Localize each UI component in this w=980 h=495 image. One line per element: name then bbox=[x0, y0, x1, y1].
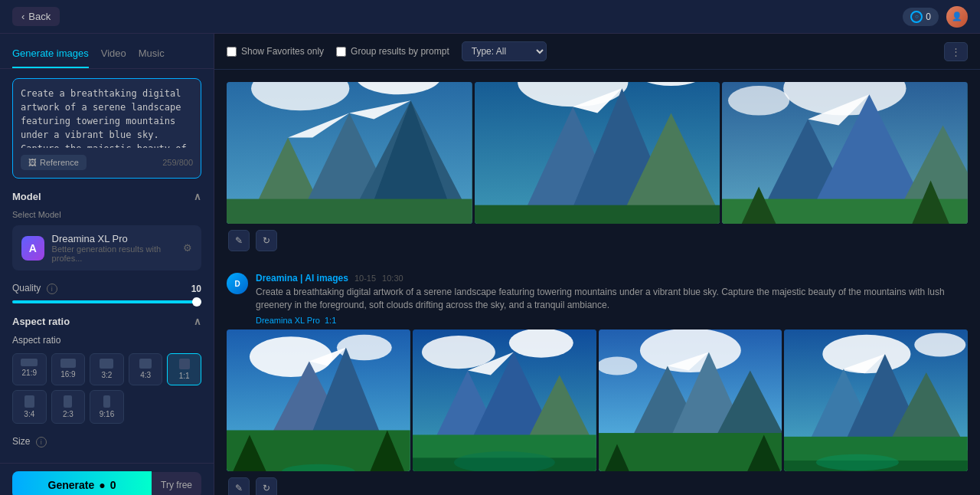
back-button[interactable]: ‹ Back bbox=[12, 7, 60, 26]
aspect-label: Aspect ratio bbox=[12, 335, 201, 346]
sidebar-tabs: Generate images Video Music bbox=[0, 34, 214, 69]
generate-token-count: 0 bbox=[110, 479, 116, 491]
bot-avatar: D bbox=[227, 273, 248, 294]
image-2-2[interactable] bbox=[413, 329, 596, 471]
prompt-text-display: Create a breathtaking digital artwork of… bbox=[256, 286, 968, 326]
svg-point-43 bbox=[509, 329, 573, 358]
generate-button[interactable]: Generate ● 0 bbox=[12, 471, 152, 495]
sidebar: Generate images Video Music Create a bre… bbox=[0, 34, 214, 495]
avatar[interactable]: 👤 bbox=[946, 6, 968, 28]
edit-button-2[interactable]: ✎ bbox=[228, 477, 250, 495]
size-section: Size i bbox=[12, 436, 201, 447]
aspect-btn-3-2[interactable]: 3:2 bbox=[90, 353, 124, 385]
size-info-icon[interactable]: i bbox=[36, 437, 47, 447]
generate-icon: ● bbox=[99, 479, 105, 491]
aspect-btn-21-9[interactable]: 21:9 bbox=[12, 353, 47, 385]
group-results-toggle[interactable]: Group results by prompt bbox=[336, 46, 449, 57]
reference-button[interactable]: 🖼 Reference bbox=[21, 155, 87, 170]
aspect-icon-9-16 bbox=[103, 395, 110, 408]
tab-video[interactable]: Video bbox=[101, 43, 126, 68]
aspect-icon-2-3 bbox=[64, 395, 72, 408]
regenerate-button-1[interactable]: ↻ bbox=[256, 230, 277, 251]
aspect-btn-9-16[interactable]: 9:16 bbox=[90, 390, 124, 424]
regenerate-icon-1: ↻ bbox=[263, 235, 270, 246]
prompt-source: Dreamina | AI images 10-15 10:30 bbox=[256, 273, 968, 284]
mountain-svg-1 bbox=[227, 82, 472, 224]
aspect-section-header: Aspect ratio ∧ bbox=[12, 316, 201, 327]
model-title: Model bbox=[12, 191, 41, 202]
mountain-svg-4 bbox=[227, 329, 410, 471]
quality-label: Quality i bbox=[12, 283, 57, 294]
image-2-1[interactable] bbox=[227, 329, 410, 471]
size-header: Size i bbox=[12, 436, 201, 447]
model-icon: A bbox=[21, 236, 44, 261]
content-toolbar: Show Favorites only Group results by pro… bbox=[214, 34, 980, 70]
show-favorites-toggle[interactable]: Show Favorites only bbox=[227, 46, 324, 57]
main-layout: Generate images Video Music Create a bre… bbox=[0, 34, 980, 495]
svg-point-42 bbox=[422, 336, 495, 369]
tab-music[interactable]: Music bbox=[139, 43, 165, 68]
group-results-label: Group results by prompt bbox=[351, 46, 449, 57]
aspect-icon-4-3 bbox=[139, 359, 152, 369]
token-count: 0 bbox=[926, 11, 931, 22]
image-2-3[interactable] bbox=[599, 329, 782, 471]
image-grid-3 bbox=[227, 82, 968, 224]
source-name: Dreamina | AI images bbox=[256, 273, 348, 284]
svg-rect-9 bbox=[227, 199, 472, 224]
source-time-2: 10:30 bbox=[382, 274, 403, 283]
show-favorites-label: Show Favorites only bbox=[241, 46, 324, 57]
show-favorites-checkbox[interactable] bbox=[227, 47, 237, 57]
source-time-1: 10-15 bbox=[354, 274, 376, 283]
type-select[interactable]: Type: All Type: Images Type: Video bbox=[462, 41, 547, 61]
regenerate-button-2[interactable]: ↻ bbox=[256, 477, 277, 495]
quality-section: Quality i 10 bbox=[12, 283, 201, 303]
sliders-icon[interactable]: ⚙ bbox=[183, 242, 192, 254]
chevron-up-icon[interactable]: ∧ bbox=[194, 191, 201, 202]
group-1-actions: ✎ ↻ bbox=[227, 230, 968, 251]
aspect-icon-3-4 bbox=[24, 395, 34, 408]
model-name: Dreamina XL Pro bbox=[52, 233, 183, 244]
edit-icon-2: ✎ bbox=[235, 483, 243, 493]
group-results-checkbox[interactable] bbox=[336, 47, 346, 57]
image-1-3[interactable] bbox=[722, 82, 968, 224]
svg-rect-18 bbox=[475, 205, 720, 224]
image-1-1[interactable] bbox=[227, 82, 472, 224]
regenerate-icon-2: ↻ bbox=[263, 483, 270, 493]
try-free-button[interactable]: Try free bbox=[152, 472, 201, 495]
tab-generate-images[interactable]: Generate images bbox=[12, 43, 89, 68]
quality-value: 10 bbox=[191, 284, 201, 294]
model-desc: Better generation results with profes... bbox=[52, 244, 183, 263]
aspect-grid-row2: 3:4 2:3 9:16 bbox=[12, 390, 201, 424]
aspect-btn-3-4[interactable]: 3:4 bbox=[12, 390, 47, 424]
prompt-box: Create a breathtaking digital artwork of… bbox=[12, 78, 201, 179]
prompt-info-row: D Dreamina | AI images 10-15 10:30 Creat… bbox=[227, 267, 968, 329]
topbar-left: ‹ Back bbox=[12, 7, 60, 26]
edit-button-1[interactable]: ✎ bbox=[228, 230, 250, 251]
aspect-btn-16-9[interactable]: 16:9 bbox=[51, 353, 86, 385]
aspect-chevron-up-icon[interactable]: ∧ bbox=[194, 316, 201, 327]
grid-view-button[interactable]: ⋮ bbox=[944, 42, 968, 61]
svg-point-23 bbox=[728, 86, 789, 115]
image-1-2[interactable] bbox=[475, 82, 720, 224]
mountain-svg-6 bbox=[599, 329, 782, 471]
avatar-initials: 👤 bbox=[952, 11, 962, 21]
quality-slider[interactable] bbox=[12, 300, 201, 303]
aspect-icon-3-2 bbox=[100, 359, 113, 369]
char-count: 259/800 bbox=[162, 158, 193, 167]
group-2-actions: ✎ ↻ bbox=[227, 477, 968, 495]
prompt-textarea[interactable]: Create a breathtaking digital artwork of… bbox=[21, 87, 193, 148]
svg-point-70 bbox=[816, 454, 899, 471]
model-selector[interactable]: A Dreamina XL Pro Better generation resu… bbox=[12, 225, 201, 270]
prompt-tags: Dreamina XL Pro 1:1 bbox=[256, 315, 968, 326]
aspect-section: Aspect ratio ∧ Aspect ratio 21:9 16:9 bbox=[12, 316, 201, 424]
aspect-btn-2-3[interactable]: 2:3 bbox=[51, 390, 86, 424]
back-label: Back bbox=[28, 11, 51, 22]
chevron-left-icon: ‹ bbox=[21, 11, 24, 22]
image-2-4[interactable] bbox=[784, 329, 968, 471]
aspect-btn-1-1[interactable]: 1:1 bbox=[167, 353, 201, 385]
images-area: ✎ ↻ D Dreamina | AI images 10-15 10:30 bbox=[214, 70, 980, 495]
quality-info-icon[interactable]: i bbox=[47, 284, 57, 294]
aspect-btn-4-3[interactable]: 4:3 bbox=[129, 353, 163, 385]
generate-section: Generate ● 0 Try free bbox=[0, 463, 214, 495]
token-badge: ○ 0 bbox=[903, 8, 939, 26]
